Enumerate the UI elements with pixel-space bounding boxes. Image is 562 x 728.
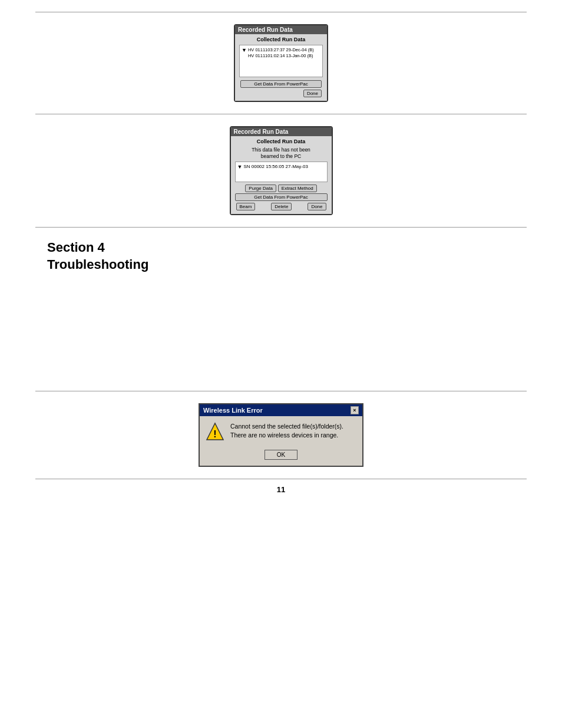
recorded-run-data-panel-1: Recorded Run Data Collected Run Data ▼ H… (234, 24, 328, 102)
wle-message: Cannot send the selected file(s)/folder(… (230, 422, 343, 439)
panel2-get-data-btn[interactable]: Get Data From PowerPac (235, 193, 328, 201)
svg-text:!: ! (213, 429, 216, 439)
list-item: ▼ SN 00002 15:56:05 27-May-03 (237, 164, 325, 171)
section-title: Section 4 Troubleshooting (47, 239, 527, 273)
content-spacer (0, 285, 562, 391)
bottom-divider (35, 479, 527, 479)
panel2-list-area: ▼ SN 00002 15:56:05 27-May-03 (235, 162, 328, 182)
screenshot-section-2: Recorded Run Data Collected Run Data Thi… (0, 114, 562, 227)
panel2-subtext1: This data file has not been beamed to th… (234, 147, 329, 160)
panel1-get-data-btn[interactable]: Get Data From PowerPac (240, 80, 322, 88)
panel1-body: Collected Run Data ▼ HV 0111103:27:37 29… (235, 34, 327, 101)
wle-body: ! Cannot send the selected file(s)/folde… (200, 416, 362, 447)
panel1-title-bar: Recorded Run Data (235, 25, 327, 34)
panel2-done-btn[interactable]: Done (308, 203, 326, 210)
list-item: ▼ HV 0111103:27:37 29-Dec-04 (B)HV 01111… (242, 47, 320, 59)
panel2-title-bar: Recorded Run Data (231, 127, 332, 136)
wle-title-bar: Wireless Link Error × (200, 404, 362, 416)
wle-close-icon: × (353, 407, 356, 413)
panel1-title: Recorded Run Data (238, 27, 293, 33)
panel2-body: Collected Run Data This data file has no… (231, 136, 332, 214)
recorded-run-data-panel-2: Recorded Run Data Collected Run Data Thi… (230, 126, 333, 215)
section-heading: Section 4 Troubleshooting (0, 228, 562, 285)
screenshot-section-3: Wireless Link Error × ! Cannot send the … (0, 391, 562, 479)
panel2-extract-method-btn[interactable]: Extract Method (278, 185, 317, 192)
wle-ok-button[interactable]: OK (265, 450, 297, 460)
panel2-buttons-row1: Purge Data Extract Method (235, 185, 328, 192)
panel1-buttons-row2: Done (239, 90, 322, 97)
panel1-done-btn[interactable]: Done (303, 90, 322, 97)
panel2-list-item: SN 00002 15:56:05 27-May-03 (243, 164, 308, 170)
list-arrow-icon: ▼ (242, 47, 247, 54)
panel2-header: Collected Run Data (234, 139, 329, 144)
page-number: 11 (0, 485, 562, 494)
panel2-beam-btn[interactable]: Beam (236, 203, 256, 210)
list-arrow-icon: ▼ (237, 164, 243, 171)
panel2-full-btn-row: Get Data From PowerPac (235, 193, 328, 201)
wle-title: Wireless Link Error (203, 407, 263, 414)
panel2-purge-data-btn[interactable]: Purge Data (245, 185, 276, 192)
panel2-title: Recorded Run Data (234, 129, 289, 135)
panel1-header: Collected Run Data (238, 37, 324, 42)
screenshot-section-1: Recorded Run Data Collected Run Data ▼ H… (0, 12, 562, 114)
wle-ok-row: OK (200, 447, 362, 466)
panel1-list-item-1: HV 0111103:27:37 29-Dec-04 (B)HV 0111101… (248, 47, 314, 59)
panel1-list-area: ▼ HV 0111103:27:37 29-Dec-04 (B)HV 01111… (239, 45, 323, 77)
page-container: Recorded Run Data Collected Run Data ▼ H… (0, 0, 562, 728)
wle-message-line2: There are no wireless devices in range. (230, 431, 338, 439)
wle-message-line1: Cannot send the selected file(s)/folder(… (230, 423, 343, 430)
wle-close-button[interactable]: × (351, 406, 359, 414)
warning-icon: ! (206, 422, 224, 441)
wireless-link-error-dialog: Wireless Link Error × ! Cannot send the … (199, 403, 363, 467)
panel1-buttons-row1: Get Data From PowerPac (239, 79, 323, 88)
panel2-buttons-row2: Beam Delete Done (235, 203, 328, 210)
panel2-delete-btn[interactable]: Delete (271, 203, 292, 210)
